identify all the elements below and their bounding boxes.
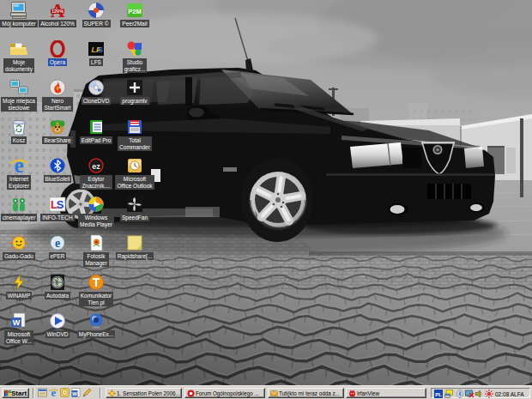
svg-text:W: W [72,391,77,396]
svg-text:ez: ez [92,162,100,171]
svg-text:P2M: P2M [128,8,141,15]
svg-text:S: S [98,45,103,54]
svg-text:120%: 120% [51,9,63,14]
svg-text:PL: PL [435,392,442,397]
svg-text:S: S [57,198,64,211]
svg-text:e: e [55,237,60,250]
svg-text:W: W [13,318,21,327]
